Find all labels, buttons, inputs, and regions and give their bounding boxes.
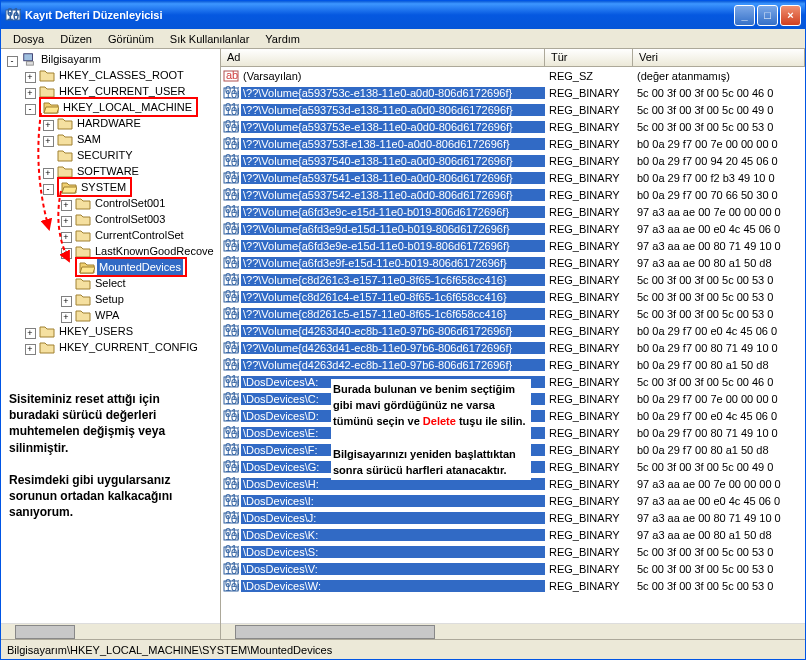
tree-label[interactable]: HKEY_CLASSES_ROOT: [57, 67, 186, 83]
list-row[interactable]: \??\Volume{a593753f-e138-11e0-a0d0-806d6…: [221, 135, 805, 152]
list-row[interactable]: \??\Volume{a5937542-e138-11e0-a0d0-806d6…: [221, 186, 805, 203]
value-data: b0 0a 29 f7 00 7e 00 00 00 0: [633, 393, 805, 405]
tree-node[interactable]: +HKEY_USERS: [3, 323, 220, 339]
tree-label[interactable]: HARDWARE: [75, 115, 143, 131]
expand-toggle[interactable]: +: [61, 232, 72, 243]
binary-icon: [223, 493, 239, 509]
list-row[interactable]: \??\Volume{a593753c-e138-11e0-a0d0-806d6…: [221, 84, 805, 101]
binary-icon: [223, 204, 239, 220]
tree-node[interactable]: +HKEY_CLASSES_ROOT: [3, 67, 220, 83]
expand-toggle[interactable]: +: [61, 216, 72, 227]
tree-node[interactable]: MountedDevices: [3, 259, 220, 275]
tree-node[interactable]: -HKEY_LOCAL_MACHINE: [3, 99, 220, 115]
list-row[interactable]: \??\Volume{a5937540-e138-11e0-a0d0-806d6…: [221, 152, 805, 169]
tree-label[interactable]: ControlSet003: [93, 211, 167, 227]
binary-icon: [223, 289, 239, 305]
tree-label[interactable]: SAM: [75, 131, 103, 147]
list-row[interactable]: \??\Volume{d4263d42-ec8b-11e0-97b6-806d6…: [221, 356, 805, 373]
expand-toggle[interactable]: +: [61, 296, 72, 307]
list-row[interactable]: \DosDevices\W:REG_BINARY5c 00 3f 00 3f 0…: [221, 577, 805, 594]
expand-toggle[interactable]: +: [61, 312, 72, 323]
list-row[interactable]: \??\Volume{c8d261c4-e157-11e0-8f65-1c6f6…: [221, 288, 805, 305]
menu-edit[interactable]: Düzen: [52, 31, 100, 47]
expand-toggle[interactable]: -: [25, 104, 36, 115]
expand-toggle[interactable]: +: [61, 200, 72, 211]
value-type: REG_BINARY: [545, 291, 633, 303]
minimize-button[interactable]: _: [734, 5, 755, 26]
tree-node[interactable]: +CurrentControlSet: [3, 227, 220, 243]
tree-label[interactable]: Setup: [93, 291, 126, 307]
tree-label[interactable]: ControlSet001: [93, 195, 167, 211]
menu-file[interactable]: Dosya: [5, 31, 52, 47]
col-type[interactable]: Tür: [545, 49, 633, 66]
value-name: \??\Volume{a6fd3e9f-e15d-11e0-b019-806d6…: [241, 257, 545, 269]
tree-label[interactable]: WPA: [93, 307, 121, 323]
list-scrollbar-h[interactable]: [221, 623, 805, 639]
list-row[interactable]: \DosDevices\K:REG_BINARY97 a3 aa ae 00 8…: [221, 526, 805, 543]
menu-view[interactable]: Görünüm: [100, 31, 162, 47]
tree-pane[interactable]: -Bilgisayarım+HKEY_CLASSES_ROOT+HKEY_CUR…: [1, 49, 221, 639]
list-row[interactable]: \??\Volume{a6fd3e9f-e15d-11e0-b019-806d6…: [221, 254, 805, 271]
expand-toggle[interactable]: +: [25, 88, 36, 99]
tree-node[interactable]: SECURITY: [3, 147, 220, 163]
list-row[interactable]: \DosDevices\J:REG_BINARY97 a3 aa ae 00 8…: [221, 509, 805, 526]
list-row[interactable]: \??\Volume{d4263d41-ec8b-11e0-97b6-806d6…: [221, 339, 805, 356]
tree-node[interactable]: +HARDWARE: [3, 115, 220, 131]
list-row[interactable]: (Varsayılan)REG_SZ(değer atanmamış): [221, 67, 805, 84]
expand-toggle[interactable]: +: [25, 328, 36, 339]
value-data: 97 a3 aa ae 00 7e 00 00 00 0: [633, 206, 805, 218]
list-row[interactable]: \??\Volume{a6fd3e9e-e15d-11e0-b019-806d6…: [221, 237, 805, 254]
tree-node[interactable]: Select: [3, 275, 220, 291]
tree-label[interactable]: MountedDevices: [97, 259, 183, 275]
tree-label[interactable]: CurrentControlSet: [93, 227, 186, 243]
tree-node[interactable]: +HKEY_CURRENT_CONFIG: [3, 339, 220, 355]
value-data: 5c 00 3f 00 3f 00 5c 00 53 0: [633, 580, 805, 592]
list-row[interactable]: \??\Volume{a593753d-e138-11e0-a0d0-806d6…: [221, 101, 805, 118]
expand-toggle[interactable]: +: [43, 136, 54, 147]
tree-label[interactable]: SECURITY: [75, 147, 135, 163]
list-row[interactable]: \DosDevices\V:REG_BINARY5c 00 3f 00 3f 0…: [221, 560, 805, 577]
expand-toggle[interactable]: +: [61, 248, 72, 259]
value-name: \??\Volume{c8d261c3-e157-11e0-8f65-1c6f6…: [241, 274, 545, 286]
tree-node[interactable]: +Setup: [3, 291, 220, 307]
tree-label[interactable]: Bilgisayarım: [39, 51, 103, 67]
tree-node[interactable]: +ControlSet003: [3, 211, 220, 227]
value-data: b0 0a 29 f7 00 80 71 49 10 0: [633, 342, 805, 354]
menu-favorites[interactable]: Sık Kullanılanlar: [162, 31, 258, 47]
expand-toggle[interactable]: +: [43, 120, 54, 131]
tree-label[interactable]: Select: [93, 275, 128, 291]
list-row[interactable]: \DosDevices\S:REG_BINARY5c 00 3f 00 3f 0…: [221, 543, 805, 560]
close-button[interactable]: ×: [780, 5, 801, 26]
tree-node[interactable]: -SYSTEM: [3, 179, 220, 195]
expand-toggle[interactable]: +: [43, 168, 54, 179]
tree-scrollbar-h[interactable]: [1, 623, 220, 639]
list-row[interactable]: \??\Volume{d4263d40-ec8b-11e0-97b6-806d6…: [221, 322, 805, 339]
expand-toggle[interactable]: -: [43, 184, 54, 195]
expand-toggle[interactable]: +: [25, 72, 36, 83]
tree-label[interactable]: SYSTEM: [79, 179, 128, 195]
tree-node[interactable]: +WPA: [3, 307, 220, 323]
col-data[interactable]: Veri: [633, 49, 805, 66]
list-body[interactable]: (Varsayılan)REG_SZ(değer atanmamış)\??\V…: [221, 67, 805, 623]
tree-label[interactable]: HKEY_LOCAL_MACHINE: [61, 99, 194, 115]
list-row[interactable]: \DosDevices\I:REG_BINARY97 a3 aa ae 00 e…: [221, 492, 805, 509]
list-row[interactable]: \??\Volume{c8d261c5-e157-11e0-8f65-1c6f6…: [221, 305, 805, 322]
col-name[interactable]: Ad: [221, 49, 545, 66]
list-row[interactable]: \??\Volume{a6fd3e9d-e15d-11e0-b019-806d6…: [221, 220, 805, 237]
folder-icon: [75, 228, 91, 242]
titlebar[interactable]: Kayıt Defteri Düzenleyicisi _ □ ×: [1, 1, 805, 29]
list-row[interactable]: \??\Volume{c8d261c3-e157-11e0-8f65-1c6f6…: [221, 271, 805, 288]
tree-node[interactable]: -Bilgisayarım: [3, 51, 220, 67]
tree-node[interactable]: +SAM: [3, 131, 220, 147]
tree-label[interactable]: HKEY_CURRENT_CONFIG: [57, 339, 200, 355]
list-row[interactable]: \??\Volume{a5937541-e138-11e0-a0d0-806d6…: [221, 169, 805, 186]
expand-toggle[interactable]: -: [7, 56, 18, 67]
tree-node[interactable]: +ControlSet001: [3, 195, 220, 211]
expand-toggle[interactable]: +: [25, 344, 36, 355]
menu-help[interactable]: Yardım: [257, 31, 308, 47]
maximize-button[interactable]: □: [757, 5, 778, 26]
list-pane: Ad Tür Veri (Varsayılan)REG_SZ(değer ata…: [221, 49, 805, 639]
list-row[interactable]: \??\Volume{a6fd3e9c-e15d-11e0-b019-806d6…: [221, 203, 805, 220]
list-row[interactable]: \??\Volume{a593753e-e138-11e0-a0d0-806d6…: [221, 118, 805, 135]
tree-label[interactable]: HKEY_USERS: [57, 323, 135, 339]
